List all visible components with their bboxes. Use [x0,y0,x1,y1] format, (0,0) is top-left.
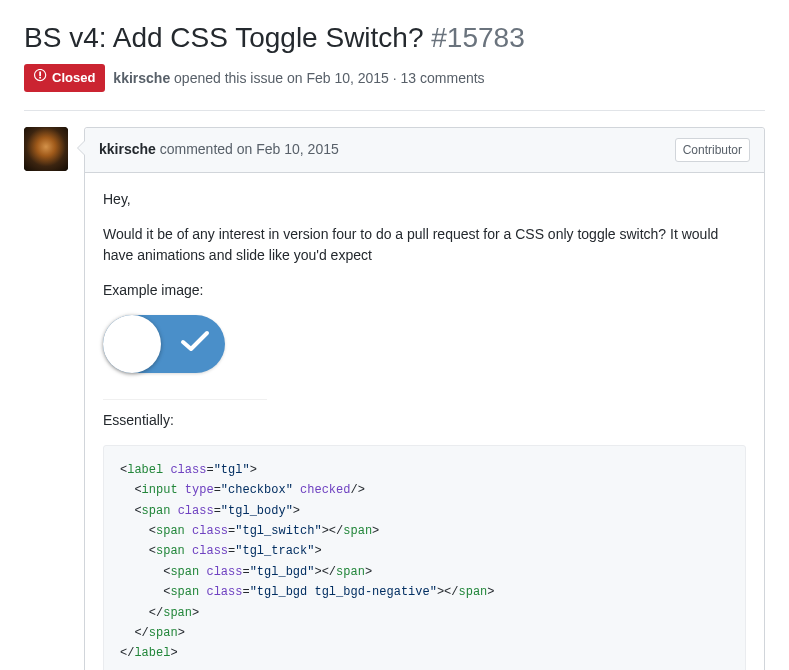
comment-date-link[interactable]: on Feb 10, 2015 [237,141,339,157]
comment-verb: commented [156,141,237,157]
issue-opener-link[interactable]: kkirsche [113,70,170,86]
comment-greeting: Hey, [103,189,746,210]
issue-state-badge: Closed [24,64,105,92]
avatar[interactable] [24,127,68,171]
comment-author-line: kkirsche commented on Feb 10, 2015 [99,139,339,160]
timeline: kkirsche commented on Feb 10, 2015 Contr… [24,127,765,670]
code-block: <label class="tgl"> <input type="checkbo… [103,445,746,670]
example-label: Example image: [103,280,267,301]
issue-closed-icon [34,68,48,88]
issue-meta-text: kkirsche opened this issue on Feb 10, 20… [113,68,484,89]
comment-para1: Would it be of any interest in version f… [103,224,746,266]
role-badge: Contributor [675,138,750,162]
issue-opened-text: opened this issue on Feb 10, 2015 · 13 c… [170,70,484,86]
toggle-switch-demo [103,315,225,373]
comment-author-link[interactable]: kkirsche [99,141,156,157]
comment-box: kkirsche commented on Feb 10, 2015 Contr… [84,127,765,670]
toggle-knob [103,315,161,373]
issue-number: #15783 [431,22,524,53]
issue-state-text: Closed [52,68,95,88]
checkmark-icon [180,329,210,359]
essentially-label: Essentially: [103,410,746,431]
issue-title: BS v4: Add CSS Toggle Switch? #15783 [24,20,765,56]
divider [24,110,765,111]
example-image-block: Example image: [103,280,267,400]
issue-meta-row: Closed kkirsche opened this issue on Feb… [24,64,765,92]
comment-header: kkirsche commented on Feb 10, 2015 Contr… [85,128,764,173]
issue-title-text: BS v4: Add CSS Toggle Switch? [24,22,424,53]
comment-body: Hey, Would it be of any interest in vers… [85,173,764,670]
